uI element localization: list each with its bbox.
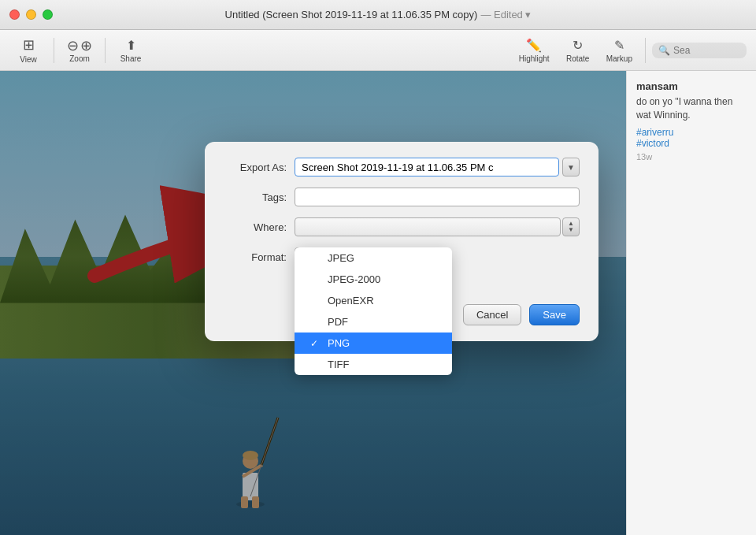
side-text: do on yo "I wanna then wat Winning. <box>636 95 747 122</box>
export-as-label: Export As: <box>224 162 295 173</box>
search-bar[interactable]: 🔍 <box>652 43 747 58</box>
side-username: mansam <box>636 80 747 92</box>
separator-1 <box>54 38 54 63</box>
window-controls <box>9 9 53 20</box>
highlight-tool[interactable]: ✏️ Highlight <box>513 35 556 66</box>
side-hashtag2[interactable]: #victord <box>636 138 747 149</box>
zoom-out-icon: ⊖ <box>67 37 79 54</box>
export-as-dropdown-button[interactable]: ▼ <box>562 158 580 176</box>
rotate-label: Rotate <box>566 54 589 63</box>
png-check: ✓ <box>310 338 321 349</box>
export-dialog: Export As: ▼ Tags: Where: <box>205 142 598 341</box>
dialog-overlay: Export As: ▼ Tags: Where: <box>0 71 626 535</box>
save-button[interactable]: Save <box>529 304 580 325</box>
where-label: Where: <box>224 221 295 233</box>
export-as-field-group: ▼ <box>295 158 580 176</box>
where-row: Where: ▲ ▼ <box>224 217 580 236</box>
share-label: Share <box>120 54 142 63</box>
highlight-label: Highlight <box>519 54 550 63</box>
view-tool[interactable]: ⊞ View <box>9 33 47 67</box>
titlebar: Untitled (Screen Shot 2019-11-19 at 11.0… <box>0 0 756 30</box>
markup-label: Markup <box>606 54 632 63</box>
format-option-jpeg2000[interactable]: JPEG-2000 <box>295 269 452 290</box>
separator-3 <box>645 38 646 63</box>
tags-label: Tags: <box>224 191 295 203</box>
toolbar: ⊞ View ⊖ ⊕ Zoom ⬆ Share ✏️ Highlight ↻ R… <box>0 30 756 71</box>
zoom-label: Zoom <box>69 54 90 63</box>
main-area: Export As: ▼ Tags: Where: <box>0 71 756 535</box>
cancel-button[interactable]: Cancel <box>463 304 521 325</box>
photo-area: Export As: ▼ Tags: Where: <box>0 71 626 535</box>
side-time: 13w <box>636 152 747 162</box>
tags-input[interactable] <box>295 188 580 206</box>
where-stepper[interactable]: ▲ ▼ <box>562 217 580 236</box>
separator-2 <box>105 38 106 63</box>
share-icon: ⬆ <box>126 38 136 53</box>
markup-tool[interactable]: ✎ Markup <box>600 35 639 66</box>
tags-row: Tags: <box>224 188 580 206</box>
format-option-pdf[interactable]: PDF <box>295 311 452 333</box>
share-tool[interactable]: ⬆ Share <box>112 35 150 66</box>
view-label: View <box>20 55 37 64</box>
search-input[interactable] <box>673 45 721 56</box>
window-title: Untitled (Screen Shot 2019-11-19 at 11.0… <box>225 9 478 20</box>
markup-icon: ✎ <box>614 38 624 53</box>
close-button[interactable] <box>9 9 20 20</box>
zoom-in-icon: ⊕ <box>80 37 92 54</box>
export-as-row: Export As: ▼ <box>224 158 580 176</box>
minimize-button[interactable] <box>26 9 36 20</box>
format-option-tiff[interactable]: TIFF <box>295 354 452 375</box>
maximize-button[interactable] <box>43 9 53 20</box>
search-icon: 🔍 <box>658 45 670 56</box>
format-option-png[interactable]: ✓ PNG <box>295 333 452 354</box>
where-select[interactable] <box>295 217 561 236</box>
zoom-tool[interactable]: ⊖ ⊕ Zoom <box>61 34 98 66</box>
format-dropdown-menu: JPEG JPEG-2000 OpenEXR PDF <box>295 247 452 375</box>
side-panel: mansam do on yo "I wanna then wat Winnin… <box>626 71 756 535</box>
export-as-input[interactable] <box>295 158 559 176</box>
format-option-openexr[interactable]: OpenEXR <box>295 290 452 311</box>
side-hashtag1[interactable]: #ariverru <box>636 127 747 138</box>
format-section: Format: PNG ▼ JPEG <box>224 247 580 266</box>
format-label: Format: <box>224 251 295 263</box>
rotate-tool[interactable]: ↻ Rotate <box>559 35 597 66</box>
edited-label: — Edited ▾ <box>480 9 531 20</box>
format-option-jpeg[interactable]: JPEG <box>295 247 452 269</box>
view-icon: ⊞ <box>23 36 35 54</box>
rotate-icon: ↻ <box>573 38 583 53</box>
highlight-icon: ✏️ <box>526 38 542 53</box>
